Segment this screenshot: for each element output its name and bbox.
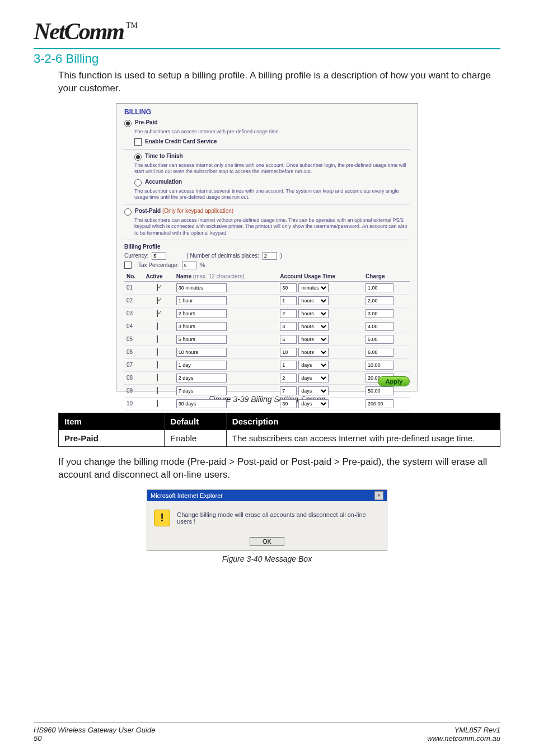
row-name-input[interactable]	[176, 309, 227, 318]
acc-desc: The subscriber can access Internet sever…	[134, 188, 410, 201]
table-row: 03 minuteshoursdays	[124, 307, 410, 320]
table-row: Pre-Paid Enable The subscribers can acce…	[59, 430, 500, 446]
row-active-checkbox[interactable]	[157, 323, 158, 330]
tax-unit: %	[200, 262, 205, 268]
row-no: 06	[124, 346, 143, 358]
row-name-input[interactable]	[176, 399, 227, 408]
row-qty-input[interactable]	[280, 399, 297, 408]
row-active-checkbox[interactable]	[157, 361, 158, 368]
tax-checkbox[interactable]	[124, 262, 132, 269]
ttf-label: Time to Finish	[145, 153, 183, 159]
credit-card-checkbox[interactable]	[134, 138, 142, 146]
ok-button[interactable]: OK	[250, 537, 284, 546]
row-active-checkbox[interactable]	[157, 335, 158, 343]
table-row: 07 minuteshoursdays	[124, 358, 410, 371]
row-unit-select[interactable]: minuteshoursdays	[298, 386, 329, 395]
row-active-checkbox[interactable]	[157, 374, 158, 381]
row-no: 01	[124, 281, 143, 294]
table-row: 06 minuteshoursdays	[124, 346, 410, 358]
row-qty-input[interactable]	[280, 335, 297, 344]
mode-change-note: If you change the billing mode (Pre-paid…	[58, 456, 500, 482]
postpaid-desc: The subscribers can access Internet with…	[134, 217, 410, 236]
footer-left-1: HS960 Wireless Gateway User Guide	[34, 726, 155, 734]
footer-right-1: YML857 Rev1	[427, 726, 500, 734]
row-name-input[interactable]	[176, 361, 227, 370]
row-name-input[interactable]	[176, 296, 227, 305]
row-charge-input[interactable]	[366, 322, 394, 331]
row-qty-input[interactable]	[280, 361, 297, 370]
col-name: Name	[176, 273, 191, 279]
row-charge-input[interactable]	[366, 283, 394, 292]
postpaid-radio[interactable]	[124, 208, 132, 216]
table-row: 09 minuteshoursdays	[124, 384, 410, 397]
ttf-radio[interactable]	[134, 153, 142, 161]
row-unit-select[interactable]: minuteshoursdays	[298, 309, 329, 318]
row-qty-input[interactable]	[280, 296, 297, 305]
acc-radio[interactable]	[134, 179, 142, 186]
row-qty-input[interactable]	[280, 348, 297, 357]
row-qty-input[interactable]	[280, 322, 297, 331]
row-charge-input[interactable]	[366, 386, 394, 395]
row-unit-select[interactable]: minuteshoursdays	[298, 322, 329, 331]
row-active-checkbox[interactable]	[157, 310, 158, 317]
ttf-desc: The subscriber can access Internet only …	[134, 162, 410, 175]
billing-profile-label: Billing Profile	[124, 244, 410, 250]
col-name-hint: (max. 12 characters)	[193, 273, 245, 279]
row-active-checkbox[interactable]	[157, 400, 158, 407]
row-active-checkbox[interactable]	[157, 284, 158, 291]
row-name-input[interactable]	[176, 322, 227, 331]
currency-input[interactable]	[152, 252, 166, 260]
row-charge-input[interactable]	[366, 361, 394, 370]
row-unit-select[interactable]: minuteshoursdays	[298, 361, 329, 370]
row-name-input[interactable]	[176, 335, 227, 344]
row-charge-input[interactable]	[366, 348, 394, 357]
col-usage: Account Usage Time	[278, 272, 363, 282]
tax-input[interactable]	[182, 262, 196, 269]
meta-col-desc: Description	[226, 413, 500, 430]
brand-logo-text: NetComm	[34, 18, 124, 45]
row-charge-input[interactable]	[366, 296, 394, 305]
postpaid-note: (Only for keypad application)	[162, 208, 233, 214]
row-no: 07	[124, 358, 143, 371]
apply-button[interactable]: Apply	[378, 376, 410, 386]
row-no: 03	[124, 307, 143, 320]
row-active-checkbox[interactable]	[157, 348, 158, 356]
row-unit-select[interactable]: minuteshoursdays	[298, 348, 329, 357]
figure-dialog-caption: Figure 3-40 Message Box	[34, 554, 500, 563]
row-unit-select[interactable]: minuteshoursdays	[298, 283, 329, 292]
close-icon[interactable]: ×	[374, 491, 383, 500]
row-name-input[interactable]	[176, 348, 227, 357]
row-name-input[interactable]	[176, 374, 227, 382]
row-unit-select[interactable]: minuteshoursdays	[298, 296, 329, 305]
row-charge-input[interactable]	[366, 335, 394, 344]
row-no: 08	[124, 371, 143, 384]
row-qty-input[interactable]	[280, 283, 297, 292]
row-charge-input[interactable]	[366, 399, 394, 408]
row-charge-input[interactable]	[366, 309, 394, 318]
currency-label: Currency:	[124, 253, 148, 259]
prepaid-desc: The subscribers can access Internet with…	[134, 129, 410, 135]
billing-screenshot: BILLING Pre-Paid The subscribers can acc…	[116, 103, 418, 391]
billing-title: BILLING	[124, 108, 410, 116]
row-active-checkbox[interactable]	[157, 387, 158, 394]
col-active: Active	[143, 272, 174, 282]
table-row: 02 minuteshoursdays	[124, 294, 410, 307]
brand-logo-tm: TM	[126, 21, 138, 30]
row-name-input[interactable]	[176, 386, 227, 395]
decimals-input[interactable]	[263, 252, 277, 260]
row-qty-input[interactable]	[280, 309, 297, 318]
row-no: 09	[124, 384, 143, 397]
row-active-checkbox[interactable]	[157, 297, 158, 304]
prepaid-radio[interactable]	[124, 120, 132, 127]
tax-label: Tax Percentage:	[138, 262, 179, 268]
row-unit-select[interactable]: minuteshoursdays	[298, 399, 329, 408]
col-charge: Charge	[363, 272, 410, 282]
row-qty-input[interactable]	[280, 374, 297, 382]
row-unit-select[interactable]: minuteshoursdays	[298, 374, 329, 382]
section-heading: 3-2-6 Billing	[34, 48, 500, 66]
row-no: 02	[124, 294, 143, 307]
row-qty-input[interactable]	[280, 386, 297, 395]
row-name-input[interactable]	[176, 283, 227, 292]
row-unit-select[interactable]: minuteshoursdays	[298, 335, 329, 344]
dialog-screenshot: Microsoft Internet Explorer × ! Change b…	[147, 489, 387, 551]
